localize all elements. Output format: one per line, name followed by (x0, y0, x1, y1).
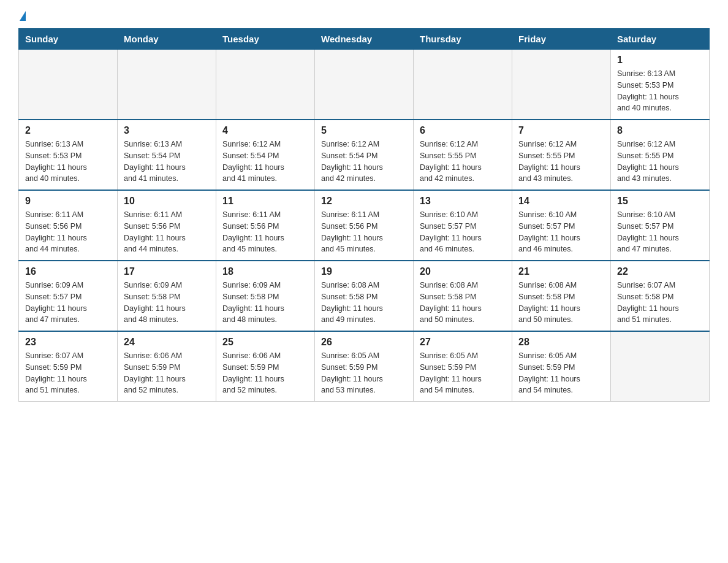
day-info: Sunrise: 6:12 AM Sunset: 5:55 PM Dayligh… (518, 139, 604, 185)
day-info: Sunrise: 6:11 AM Sunset: 5:56 PM Dayligh… (124, 209, 210, 255)
weekday-header-sunday: Sunday (19, 29, 118, 50)
calendar-cell: 2Sunrise: 6:13 AM Sunset: 5:53 PM Daylig… (19, 120, 118, 190)
calendar-cell: 20Sunrise: 6:08 AM Sunset: 5:58 PM Dayli… (414, 261, 512, 331)
calendar-cell: 22Sunrise: 6:07 AM Sunset: 5:58 PM Dayli… (611, 261, 710, 331)
day-number: 21 (518, 266, 604, 277)
day-info: Sunrise: 6:11 AM Sunset: 5:56 PM Dayligh… (222, 209, 308, 255)
calendar-cell: 5Sunrise: 6:12 AM Sunset: 5:54 PM Daylig… (315, 120, 414, 190)
day-info: Sunrise: 6:11 AM Sunset: 5:56 PM Dayligh… (321, 209, 407, 255)
calendar-cell: 26Sunrise: 6:05 AM Sunset: 5:59 PM Dayli… (315, 331, 414, 402)
calendar-cell: 12Sunrise: 6:11 AM Sunset: 5:56 PM Dayli… (315, 190, 414, 261)
calendar-cell: 9Sunrise: 6:11 AM Sunset: 5:56 PM Daylig… (19, 190, 118, 261)
calendar-cell: 14Sunrise: 6:10 AM Sunset: 5:57 PM Dayli… (512, 190, 611, 261)
day-number: 23 (25, 337, 111, 348)
page-header (18, 12, 710, 22)
day-number: 1 (617, 55, 703, 66)
week-row-1: 2Sunrise: 6:13 AM Sunset: 5:53 PM Daylig… (19, 120, 710, 190)
week-row-3: 16Sunrise: 6:09 AM Sunset: 5:57 PM Dayli… (19, 261, 710, 331)
weekday-header-wednesday: Wednesday (315, 29, 414, 50)
day-number: 22 (617, 266, 703, 277)
day-info: Sunrise: 6:10 AM Sunset: 5:57 PM Dayligh… (518, 209, 604, 255)
calendar-cell (512, 50, 611, 120)
week-row-0: 1Sunrise: 6:13 AM Sunset: 5:53 PM Daylig… (19, 50, 710, 120)
day-number: 7 (518, 125, 604, 136)
day-info: Sunrise: 6:08 AM Sunset: 5:58 PM Dayligh… (518, 280, 604, 326)
calendar-cell: 21Sunrise: 6:08 AM Sunset: 5:58 PM Dayli… (512, 261, 611, 331)
day-info: Sunrise: 6:12 AM Sunset: 5:55 PM Dayligh… (420, 139, 506, 185)
day-number: 27 (420, 337, 506, 348)
calendar-cell (118, 50, 216, 120)
calendar-cell (19, 50, 118, 120)
day-info: Sunrise: 6:05 AM Sunset: 5:59 PM Dayligh… (321, 350, 407, 396)
calendar-cell: 13Sunrise: 6:10 AM Sunset: 5:57 PM Dayli… (414, 190, 512, 261)
week-row-2: 9Sunrise: 6:11 AM Sunset: 5:56 PM Daylig… (19, 190, 710, 261)
calendar-cell: 19Sunrise: 6:08 AM Sunset: 5:58 PM Dayli… (315, 261, 414, 331)
calendar-cell: 1Sunrise: 6:13 AM Sunset: 5:53 PM Daylig… (611, 50, 710, 120)
weekday-header-saturday: Saturday (611, 29, 710, 50)
weekday-header-tuesday: Tuesday (216, 29, 315, 50)
day-number: 28 (518, 337, 604, 348)
day-number: 25 (222, 337, 308, 348)
calendar-cell: 7Sunrise: 6:12 AM Sunset: 5:55 PM Daylig… (512, 120, 611, 190)
day-info: Sunrise: 6:09 AM Sunset: 5:58 PM Dayligh… (124, 280, 210, 326)
day-info: Sunrise: 6:11 AM Sunset: 5:56 PM Dayligh… (25, 209, 111, 255)
calendar-cell: 16Sunrise: 6:09 AM Sunset: 5:57 PM Dayli… (19, 261, 118, 331)
calendar-cell: 8Sunrise: 6:12 AM Sunset: 5:55 PM Daylig… (611, 120, 710, 190)
calendar-cell (414, 50, 512, 120)
calendar-cell (315, 50, 414, 120)
weekday-header-monday: Monday (118, 29, 216, 50)
day-info: Sunrise: 6:10 AM Sunset: 5:57 PM Dayligh… (420, 209, 506, 255)
day-number: 9 (25, 196, 111, 207)
weekday-header-thursday: Thursday (414, 29, 512, 50)
day-number: 6 (420, 125, 506, 136)
calendar-cell (216, 50, 315, 120)
calendar-cell: 25Sunrise: 6:06 AM Sunset: 5:59 PM Dayli… (216, 331, 315, 402)
day-info: Sunrise: 6:06 AM Sunset: 5:59 PM Dayligh… (124, 350, 210, 396)
day-number: 17 (124, 266, 210, 277)
day-info: Sunrise: 6:08 AM Sunset: 5:58 PM Dayligh… (321, 280, 407, 326)
day-info: Sunrise: 6:07 AM Sunset: 5:59 PM Dayligh… (25, 350, 111, 396)
day-number: 20 (420, 266, 506, 277)
day-info: Sunrise: 6:12 AM Sunset: 5:55 PM Dayligh… (617, 139, 703, 185)
calendar-table: SundayMondayTuesdayWednesdayThursdayFrid… (18, 28, 710, 402)
day-number: 5 (321, 125, 407, 136)
calendar-cell (611, 331, 710, 402)
day-number: 12 (321, 196, 407, 207)
calendar-cell: 28Sunrise: 6:05 AM Sunset: 5:59 PM Dayli… (512, 331, 611, 402)
day-number: 19 (321, 266, 407, 277)
day-info: Sunrise: 6:07 AM Sunset: 5:58 PM Dayligh… (617, 280, 703, 326)
day-info: Sunrise: 6:13 AM Sunset: 5:54 PM Dayligh… (124, 139, 210, 185)
day-info: Sunrise: 6:05 AM Sunset: 5:59 PM Dayligh… (420, 350, 506, 396)
weekday-header-friday: Friday (512, 29, 611, 50)
calendar-cell: 4Sunrise: 6:12 AM Sunset: 5:54 PM Daylig… (216, 120, 315, 190)
calendar-cell: 27Sunrise: 6:05 AM Sunset: 5:59 PM Dayli… (414, 331, 512, 402)
day-info: Sunrise: 6:12 AM Sunset: 5:54 PM Dayligh… (222, 139, 308, 185)
calendar-cell: 24Sunrise: 6:06 AM Sunset: 5:59 PM Dayli… (118, 331, 216, 402)
day-info: Sunrise: 6:10 AM Sunset: 5:57 PM Dayligh… (617, 209, 703, 255)
day-number: 4 (222, 125, 308, 136)
day-info: Sunrise: 6:08 AM Sunset: 5:58 PM Dayligh… (420, 280, 506, 326)
day-number: 16 (25, 266, 111, 277)
calendar-cell: 17Sunrise: 6:09 AM Sunset: 5:58 PM Dayli… (118, 261, 216, 331)
day-number: 24 (124, 337, 210, 348)
calendar-cell: 6Sunrise: 6:12 AM Sunset: 5:55 PM Daylig… (414, 120, 512, 190)
logo-triangle-icon (20, 11, 26, 21)
calendar-cell: 3Sunrise: 6:13 AM Sunset: 5:54 PM Daylig… (118, 120, 216, 190)
day-number: 11 (222, 196, 308, 207)
day-number: 14 (518, 196, 604, 207)
day-info: Sunrise: 6:13 AM Sunset: 5:53 PM Dayligh… (25, 139, 111, 185)
day-info: Sunrise: 6:06 AM Sunset: 5:59 PM Dayligh… (222, 350, 308, 396)
day-number: 13 (420, 196, 506, 207)
day-number: 2 (25, 125, 111, 136)
calendar-cell: 18Sunrise: 6:09 AM Sunset: 5:58 PM Dayli… (216, 261, 315, 331)
day-info: Sunrise: 6:13 AM Sunset: 5:53 PM Dayligh… (617, 68, 703, 114)
calendar-cell: 23Sunrise: 6:07 AM Sunset: 5:59 PM Dayli… (19, 331, 118, 402)
calendar-cell: 11Sunrise: 6:11 AM Sunset: 5:56 PM Dayli… (216, 190, 315, 261)
day-number: 26 (321, 337, 407, 348)
day-number: 8 (617, 125, 703, 136)
weekday-header-row: SundayMondayTuesdayWednesdayThursdayFrid… (19, 29, 710, 50)
day-number: 15 (617, 196, 703, 207)
day-number: 10 (124, 196, 210, 207)
day-info: Sunrise: 6:09 AM Sunset: 5:57 PM Dayligh… (25, 280, 111, 326)
week-row-4: 23Sunrise: 6:07 AM Sunset: 5:59 PM Dayli… (19, 331, 710, 402)
